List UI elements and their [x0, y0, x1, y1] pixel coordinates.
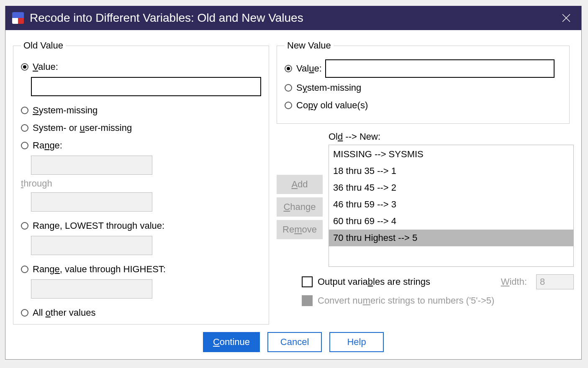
- radio-icon: [285, 102, 292, 109]
- recode-dialog: Recode into Different Variables: Old and…: [5, 6, 582, 360]
- mapping-item[interactable]: 18 thru 35 --> 1: [329, 163, 573, 179]
- radio-icon: [21, 63, 28, 71]
- mapping-label: Old --> New:: [329, 131, 574, 142]
- remove-button[interactable]: Remove: [277, 220, 323, 239]
- range-to-input[interactable]: [31, 192, 152, 212]
- old-system-user-missing-radio[interactable]: System- or user-missing: [21, 120, 261, 135]
- convert-numeric-checkbox: [302, 295, 313, 306]
- range-lowest-input[interactable]: [31, 236, 152, 255]
- new-value-legend: New Value: [285, 40, 334, 51]
- mapping-list[interactable]: MISSING --> SYSMIS18 thru 35 --> 136 thr…: [329, 145, 574, 267]
- new-copy-old-radio[interactable]: Copy old value(s): [285, 98, 562, 113]
- width-label: Width:: [501, 276, 527, 287]
- close-button[interactable]: [558, 10, 575, 26]
- old-value-input[interactable]: [31, 77, 261, 96]
- mapping-item[interactable]: 60 thru 69 --> 4: [329, 213, 573, 230]
- radio-icon: [285, 65, 292, 72]
- mapping-item[interactable]: 36 thru 45 --> 2: [329, 179, 573, 196]
- mapping-item[interactable]: 46 thru 59 --> 3: [329, 196, 573, 213]
- spss-app-icon: [12, 12, 24, 24]
- radio-icon: [21, 309, 28, 317]
- continue-button[interactable]: Continue: [203, 332, 260, 352]
- old-range-radio[interactable]: Range:: [21, 138, 261, 153]
- radio-icon: [21, 142, 28, 149]
- old-range-lowest-radio[interactable]: Range, LOWEST through value:: [21, 218, 261, 233]
- old-all-other-radio[interactable]: All other values: [21, 305, 261, 320]
- radio-icon: [285, 84, 292, 92]
- range-from-input[interactable]: [31, 156, 152, 175]
- old-value-radio-value[interactable]: Value:: [21, 59, 261, 74]
- mapping-item[interactable]: MISSING --> SYSMIS: [329, 146, 573, 163]
- new-value-radio[interactable]: Value:: [285, 59, 562, 78]
- range-highest-input[interactable]: [31, 279, 152, 299]
- dialog-title: Recode into Different Variables: Old and…: [30, 11, 558, 25]
- radio-icon: [21, 266, 28, 273]
- dialog-footer: Continue Cancel Help: [5, 332, 581, 352]
- radio-icon: [21, 124, 28, 132]
- close-icon: [562, 13, 571, 23]
- radio-icon: [21, 222, 28, 230]
- convert-numeric-label: Convert numeric strings to numbers ('5'-…: [318, 295, 494, 306]
- new-system-missing-radio[interactable]: System-missing: [285, 80, 562, 95]
- add-button[interactable]: Add: [277, 175, 323, 194]
- titlebar: Recode into Different Variables: Old and…: [5, 6, 581, 30]
- change-button[interactable]: Change: [277, 197, 323, 217]
- old-value-group: Old Value Value: System-missing System- …: [13, 40, 269, 325]
- output-strings-checkbox[interactable]: [302, 276, 313, 287]
- old-value-legend: Old Value: [21, 40, 66, 51]
- new-value-group: New Value Value: System-missing Copy old…: [277, 40, 570, 124]
- radio-icon: [21, 107, 28, 114]
- old-system-missing-radio[interactable]: System-missing: [21, 103, 261, 118]
- help-button[interactable]: Help: [329, 332, 384, 352]
- width-input[interactable]: 8: [536, 274, 574, 289]
- output-strings-label: Output variables are strings: [318, 276, 430, 287]
- cancel-button[interactable]: Cancel: [267, 332, 322, 352]
- new-value-input[interactable]: [325, 59, 555, 78]
- old-range-highest-radio[interactable]: Range, value through HIGHEST:: [21, 262, 261, 277]
- mapping-item[interactable]: 70 thru Highest --> 5: [329, 230, 573, 246]
